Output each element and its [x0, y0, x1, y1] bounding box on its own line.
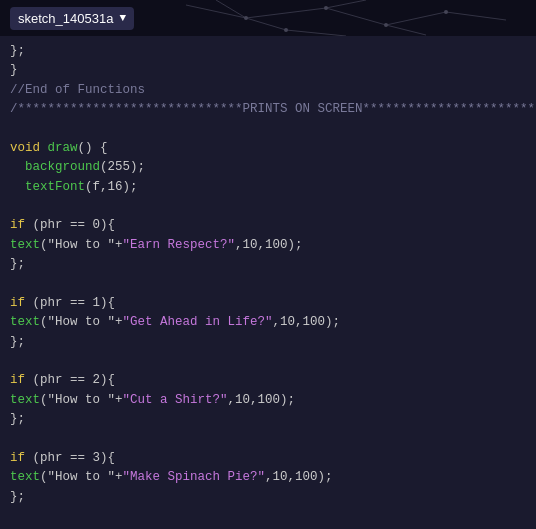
code-line: text("How to "+"Cut a Shirt?",10,100);: [10, 391, 526, 410]
svg-point-12: [384, 23, 388, 27]
code-line: [10, 507, 526, 526]
svg-line-0: [186, 5, 246, 18]
titlebar-decoration: [186, 0, 536, 36]
code-line: [10, 275, 526, 294]
code-line: /******************************PRINTS ON…: [10, 100, 526, 119]
titlebar: sketch_140531a ▼: [0, 0, 536, 36]
code-line: if (phr == 3){: [10, 449, 526, 468]
svg-line-8: [286, 30, 346, 36]
code-line: };: [10, 488, 526, 507]
svg-point-14: [284, 28, 288, 32]
svg-line-5: [246, 18, 286, 30]
code-line: };: [10, 42, 526, 61]
code-line: [10, 197, 526, 216]
svg-line-1: [246, 8, 326, 18]
code-editor[interactable]: };}//End of Functions/******************…: [0, 36, 536, 529]
code-line: if (phr == 0){: [10, 216, 526, 235]
code-line: };: [10, 255, 526, 274]
code-line: };: [10, 333, 526, 352]
svg-line-4: [446, 12, 506, 20]
code-line: text("How to "+"Make Spinach Pie?",10,10…: [10, 468, 526, 487]
code-line: if (phr == 1){: [10, 294, 526, 313]
code-line: [10, 120, 526, 139]
chevron-down-icon: ▼: [119, 12, 126, 24]
svg-line-7: [386, 25, 426, 35]
code-line: //End of Functions: [10, 81, 526, 100]
sketch-tab[interactable]: sketch_140531a ▼: [10, 7, 134, 30]
code-line: textFont(f,16);: [10, 178, 526, 197]
code-line: text("How to "+"Earn Respect?",10,100);: [10, 236, 526, 255]
sketch-tab-label: sketch_140531a: [18, 11, 113, 26]
code-line: background(255);: [10, 158, 526, 177]
code-line: if (phr == 2){: [10, 371, 526, 390]
svg-point-13: [444, 10, 448, 14]
svg-line-6: [326, 0, 366, 8]
code-line: [10, 430, 526, 449]
code-line: void draw() {: [10, 139, 526, 158]
svg-point-11: [324, 6, 328, 10]
code-line: [10, 352, 526, 371]
svg-point-10: [244, 16, 248, 20]
code-line: }: [10, 61, 526, 80]
code-line: text("How to "+"Get Ahead in Life?",10,1…: [10, 313, 526, 332]
svg-line-3: [386, 12, 446, 25]
svg-line-2: [326, 8, 386, 25]
svg-line-9: [216, 0, 246, 18]
code-line: };: [10, 410, 526, 429]
titlebar-content: sketch_140531a ▼: [10, 7, 134, 30]
